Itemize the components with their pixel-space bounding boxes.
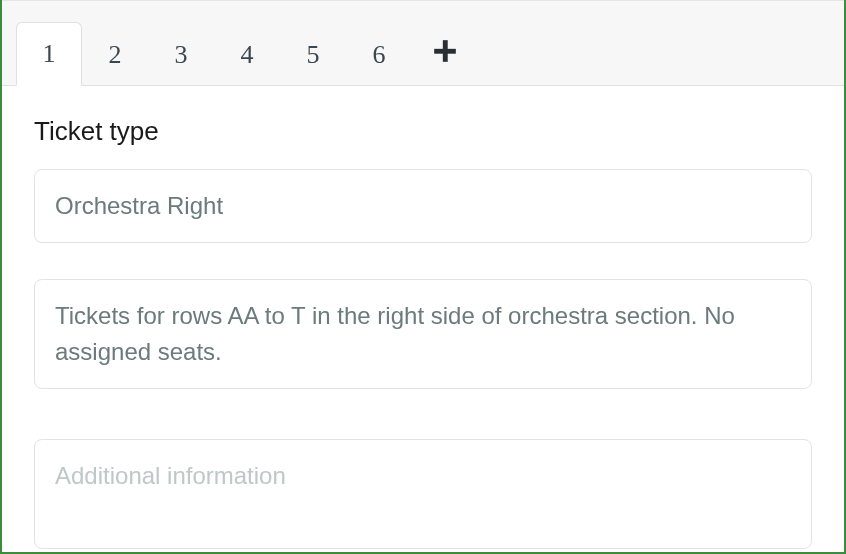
tab-5[interactable]: 5 (280, 22, 346, 86)
tab-6[interactable]: 6 (346, 22, 412, 86)
tab-content: Ticket type (2, 86, 844, 549)
tab-3[interactable]: 3 (148, 22, 214, 86)
ticket-type-label: Ticket type (34, 116, 812, 147)
ticket-type-editor: 1 2 3 4 5 6 Ticket type (2, 0, 844, 552)
tab-bar: 1 2 3 4 5 6 (2, 0, 844, 86)
svg-rect-1 (434, 49, 456, 54)
ticket-name-input[interactable] (34, 169, 812, 243)
additional-info-input[interactable] (34, 439, 812, 549)
add-tab-button[interactable] (412, 21, 478, 85)
tab-4[interactable]: 4 (214, 22, 280, 86)
ticket-description-input[interactable] (34, 279, 812, 389)
tab-1[interactable]: 1 (16, 22, 82, 86)
plus-icon (432, 38, 458, 68)
tab-2[interactable]: 2 (82, 22, 148, 86)
